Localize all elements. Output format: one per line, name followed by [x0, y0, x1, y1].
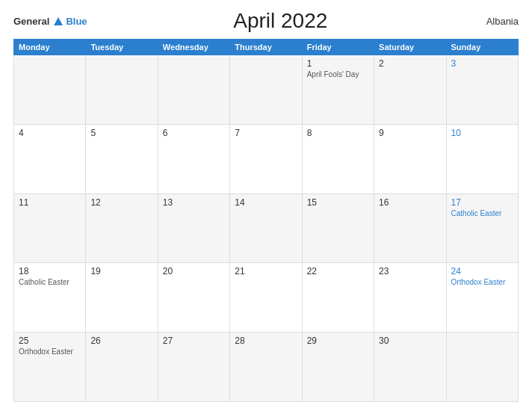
- calendar-cell: 4: [14, 124, 86, 194]
- calendar-cell: 25Orthodox Easter: [14, 333, 86, 402]
- day-number: 22: [307, 266, 369, 276]
- day-number: 14: [235, 197, 297, 208]
- calendar-cell: 13: [158, 194, 229, 263]
- day-number: 10: [451, 128, 513, 138]
- event-label: Orthodox Easter: [19, 347, 81, 356]
- col-wednesday: Wednesday: [158, 40, 229, 55]
- calendar-cell: 21: [230, 263, 302, 333]
- calendar-week-row: 25Orthodox Easter2627282930: [14, 333, 519, 402]
- calendar-cell: 24Orthodox Easter: [446, 263, 518, 333]
- calendar-cell: 30: [374, 333, 446, 402]
- day-number: 12: [90, 197, 152, 208]
- calendar-table: Monday Tuesday Wednesday Thursday Friday…: [13, 39, 519, 402]
- calendar-cell: 19: [86, 263, 158, 333]
- day-number: 29: [307, 336, 369, 346]
- day-number: 17: [451, 197, 513, 208]
- calendar-week-row: 18Catholic Easter192021222324Orthodox Ea…: [14, 263, 519, 333]
- col-saturday: Saturday: [374, 40, 446, 55]
- calendar-cell: 28: [230, 333, 302, 402]
- calendar-cell: 15: [302, 194, 374, 263]
- day-number: 16: [379, 197, 441, 208]
- logo-triangle-icon: [54, 17, 63, 25]
- logo-general-text: General: [13, 16, 49, 27]
- calendar-cell: 26: [86, 333, 158, 402]
- day-number: 23: [379, 266, 441, 276]
- event-label: Orthodox Easter: [451, 278, 513, 286]
- calendar-cell: [86, 55, 158, 125]
- calendar-header-row: Monday Tuesday Wednesday Thursday Friday…: [14, 40, 519, 55]
- calendar-cell: 2: [374, 55, 446, 125]
- day-number: 2: [379, 58, 441, 69]
- calendar-cell: [230, 55, 302, 125]
- day-number: 30: [379, 336, 441, 346]
- country-label: Albania: [474, 16, 519, 27]
- calendar-cell: 20: [158, 263, 229, 333]
- calendar-cell: 14: [230, 194, 302, 263]
- calendar-cell: 6: [158, 124, 229, 194]
- calendar-cell: 9: [374, 124, 446, 194]
- day-number: 28: [235, 336, 297, 346]
- calendar-cell: 3: [446, 55, 518, 125]
- calendar-cell: 1April Fools' Day: [302, 55, 374, 125]
- day-number: 24: [451, 266, 513, 276]
- day-number: 18: [19, 266, 81, 276]
- calendar-cell: 7: [230, 124, 302, 194]
- calendar-cell: 23: [374, 263, 446, 333]
- day-number: 5: [90, 128, 152, 138]
- calendar-week-row: 11121314151617Catholic Easter: [14, 194, 519, 263]
- calendar-week-row: 1April Fools' Day23: [14, 55, 519, 125]
- calendar-cell: 18Catholic Easter: [14, 263, 86, 333]
- day-number: 7: [235, 128, 297, 138]
- calendar-cell: 16: [374, 194, 446, 263]
- calendar-cell: 17Catholic Easter: [446, 194, 518, 263]
- day-number: 13: [163, 197, 225, 208]
- day-number: 26: [90, 336, 152, 346]
- calendar-cell: 8: [302, 124, 374, 194]
- event-label: Catholic Easter: [451, 209, 513, 217]
- logo: General Blue: [13, 16, 87, 27]
- day-number: 15: [307, 197, 369, 208]
- calendar-cell: 29: [302, 333, 374, 402]
- day-number: 21: [235, 266, 297, 276]
- day-number: 6: [163, 128, 225, 138]
- calendar-cell: 12: [86, 194, 158, 263]
- calendar-cell: 11: [14, 194, 86, 263]
- calendar-cell: [14, 55, 86, 125]
- col-tuesday: Tuesday: [86, 40, 158, 55]
- col-sunday: Sunday: [446, 40, 518, 55]
- day-number: 8: [307, 128, 369, 138]
- calendar-cell: 27: [158, 333, 229, 402]
- day-number: 20: [163, 266, 225, 276]
- logo-blue-text: Blue: [66, 16, 87, 27]
- calendar-header: General Blue April 2022 Albania: [13, 9, 519, 33]
- calendar-cell: 10: [446, 124, 518, 194]
- event-label: Catholic Easter: [19, 278, 81, 286]
- day-number: 19: [90, 266, 152, 276]
- col-thursday: Thursday: [230, 40, 302, 55]
- day-number: 25: [19, 336, 81, 346]
- calendar-cell: [446, 333, 518, 402]
- event-label: April Fools' Day: [307, 70, 369, 78]
- col-friday: Friday: [302, 40, 374, 55]
- day-number: 3: [451, 58, 513, 69]
- day-number: 1: [307, 58, 369, 69]
- calendar-cell: 5: [86, 124, 158, 194]
- calendar-page: General Blue April 2022 Albania Monday T…: [0, 0, 532, 411]
- day-number: 4: [19, 128, 81, 138]
- day-number: 11: [19, 197, 81, 208]
- calendar-cell: [158, 55, 229, 125]
- calendar-title: April 2022: [87, 9, 474, 33]
- day-number: 9: [379, 128, 441, 138]
- col-monday: Monday: [14, 40, 86, 55]
- calendar-week-row: 45678910: [14, 124, 519, 194]
- calendar-cell: 22: [302, 263, 374, 333]
- day-number: 27: [163, 336, 225, 346]
